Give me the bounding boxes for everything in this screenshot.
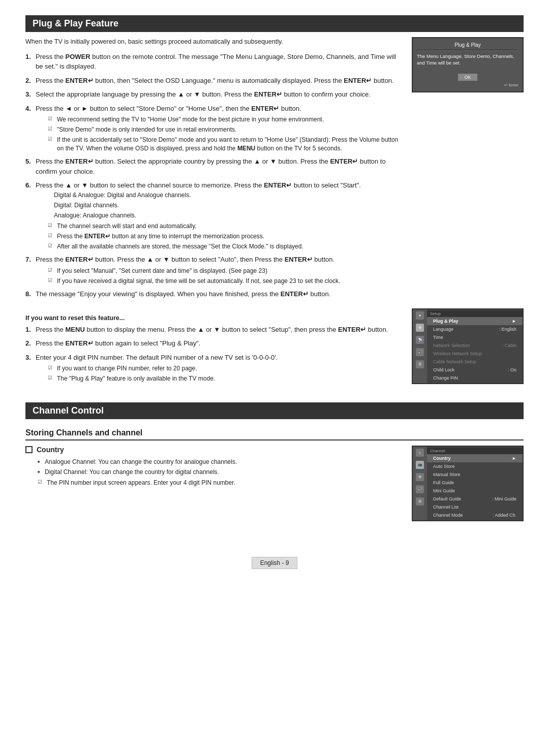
reset-heading: If you want to reset this feature... [25, 314, 402, 322]
icon-4: 🔊 [416, 348, 424, 356]
ch-icon-4: 🔊 [416, 485, 424, 493]
icon-2-selected: ⚙ [416, 324, 424, 332]
ch-item-channel-mode[interactable]: Channel Mode : Added Ch. [427, 511, 523, 519]
channel-menu-sidebar: ○ 📺 ⚙ 🔊 ☰ Channel Country ► Auto St [413, 447, 523, 520]
menu-item-cable-network[interactable]: Cable Network Setup [427, 358, 523, 366]
country-note: The PIN number input screen appears. Ent… [38, 479, 402, 487]
setup-label: Setup [427, 310, 523, 317]
channel-control-heading: Channel Control [25, 402, 524, 419]
sidebar-icons: ♦ ⚙ 📡 🔊 ☰ [413, 309, 427, 383]
country-bullet-1: Analogue Channel: You can change the cou… [38, 458, 402, 466]
checkbox-icon [25, 446, 33, 453]
step-6: Press the ▲ or ▼ button to select the ch… [25, 180, 402, 250]
screen1-body: The Menu Language, Store Demo, Channels,… [417, 53, 518, 67]
menu-items-list: Setup Plug & Play ► Language : English T… [427, 309, 523, 383]
main-steps-list: Press the POWER button on the remote con… [25, 52, 402, 299]
country-section: Country Analogue Channel: You can change… [25, 446, 524, 521]
ch-item-default-guide[interactable]: Default Guide : Mini Guide [427, 495, 523, 503]
reset-steps-list: Press the MENU button to display the men… [25, 325, 402, 383]
menu-item-child-lock[interactable]: Child Lock : On [427, 366, 523, 374]
note-item: We recommend setting the TV to "Home Use… [48, 115, 402, 124]
channel-control-section: Channel Control Storing Channels and cha… [25, 402, 524, 521]
icon-5: ☰ [416, 360, 424, 368]
country-heading: Country [25, 446, 402, 454]
intro-text: When the TV is initially powered on, bas… [25, 37, 402, 47]
note-item: "Store Demo" mode is only intended for u… [48, 125, 402, 134]
reset-step-3-notes: If you want to change PIN number, refer … [36, 364, 402, 383]
menu-item-time[interactable]: Time [427, 333, 523, 341]
icon-3: 📡 [416, 336, 424, 344]
channel-sidebar-icons: ○ 📺 ⚙ 🔊 ☰ [413, 447, 427, 520]
reset-text: If you want to reset this feature... Pre… [25, 308, 402, 387]
note-item: If you want to change PIN number, refer … [48, 364, 402, 373]
step-5: Press the ENTER↵ button. Select the appr… [25, 156, 402, 176]
menu-item-language[interactable]: Language : English [427, 325, 523, 333]
step-6-sub: Analogue: Analogue channels. [36, 211, 402, 220]
ch-item-full-guide[interactable]: Full Guide [427, 479, 523, 487]
country-label: Country [37, 446, 64, 454]
reset-step-2: Press the ENTER↵ button again to select … [25, 338, 402, 349]
step-2: Press the ENTER↵ button, then "Select th… [25, 76, 402, 86]
country-text: Country Analogue Channel: You can change… [25, 446, 402, 521]
step-4-notes: We recommend setting the TV to "Home Use… [36, 115, 402, 152]
menu-sidebar: ♦ ⚙ 📡 🔊 ☰ Setup Plug & Play ► Langu [413, 309, 523, 383]
reset-step-1: Press the MENU button to display the men… [25, 325, 402, 335]
ch-item-manual-store[interactable]: Manual Store [427, 470, 523, 479]
note-item: If the unit is accidentally set to "Stor… [48, 136, 402, 153]
note-item: Press the ENTER↵ button at any time to i… [48, 232, 402, 241]
screen1-title: Plug & Play [417, 42, 518, 48]
channel-items-list: Channel Country ► Auto Store Manual Stor… [427, 447, 523, 520]
step-8: The message "Enjoy your viewing" is disp… [25, 289, 402, 299]
channel-screen-box: ○ 📺 ⚙ 🔊 ☰ Channel Country ► Auto St [412, 446, 524, 521]
step-7: Press the ENTER↵ button. Press the ▲ or … [25, 255, 402, 285]
reset-section: If you want to reset this feature... Pre… [25, 308, 524, 387]
note-item: If you select "Manual", "Set current dat… [48, 267, 402, 275]
ok-button[interactable]: OK [458, 74, 477, 81]
step-7-notes: If you select "Manual", "Set current dat… [36, 267, 402, 286]
menu-item-network-selection[interactable]: Network Selection : Cable [427, 341, 523, 350]
menu-item-change-pin[interactable]: Change PIN [427, 374, 523, 382]
country-bullet-2: Digital Channel: You can change the coun… [38, 468, 402, 477]
note-item: If you have received a digital signal, t… [48, 277, 402, 286]
icon-1: ♦ [416, 311, 424, 320]
step-6-sub: Digital & Analogue: Digital and Analogue… [36, 191, 402, 200]
step-6-notes: The channel search will start and end au… [36, 222, 402, 250]
plug-play-text: When the TV is initially powered on, bas… [25, 37, 402, 303]
step-4: Press the ◄ or ► button to select "Store… [25, 104, 402, 153]
ch-item-channel-list[interactable]: Channel List [427, 503, 523, 511]
step-1: Press the POWER button on the remote con… [25, 52, 402, 72]
note-item: The channel search will start and end au… [48, 222, 402, 231]
plug-play-heading: Plug & Play Feature [25, 15, 524, 32]
footer-label: English - 9 [252, 557, 298, 569]
enter-label: ↵ Enter [417, 83, 518, 87]
tv-screen-1: Plug & Play The Menu Language, Store Dem… [412, 37, 524, 92]
ch-item-country[interactable]: Country ► [427, 454, 523, 462]
screen2-box: ♦ ⚙ 📡 🔊 ☰ Setup Plug & Play ► Langu [412, 308, 524, 387]
storing-channels-heading: Storing Channels and channel [25, 428, 524, 440]
country-bullets: Analogue Channel: You can change the cou… [25, 458, 402, 477]
ch-icon-5: ☰ [416, 497, 424, 506]
ch-icon-3: ⚙ [416, 473, 424, 481]
menu-item-plug-play[interactable]: Plug & Play ► [427, 317, 523, 325]
country-notes: The PIN number input screen appears. Ent… [25, 479, 402, 487]
channel-menu-screen: ○ 📺 ⚙ 🔊 ☰ Channel Country ► Auto St [412, 446, 524, 521]
channel-label: Channel [427, 448, 523, 454]
step-3: Select the appropriate language by press… [25, 89, 402, 100]
ch-item-mini-guide[interactable]: Mini Guide [427, 487, 523, 495]
screen1-box: Plug & Play The Menu Language, Store Dem… [412, 37, 524, 303]
note-item: After all the available channels are sto… [48, 242, 402, 251]
note-item: The "Plug & Play" feature is only availa… [48, 374, 402, 383]
ch-item-auto-store[interactable]: Auto Store [427, 462, 523, 470]
setup-menu-screen: ♦ ⚙ 📡 🔊 ☰ Setup Plug & Play ► Langu [412, 308, 524, 384]
ch-icon-2: 📺 [416, 461, 424, 469]
menu-item-wireless[interactable]: Wireless Network Setup [427, 350, 523, 358]
plug-play-content: When the TV is initially powered on, bas… [25, 37, 524, 303]
plug-play-section: Plug & Play Feature When the TV is initi… [25, 15, 524, 387]
ch-icon-1: ○ [416, 449, 424, 457]
footer-container: English - 9 [25, 537, 524, 569]
reset-step-3: Enter your 4 digit PIN number. The defau… [25, 353, 402, 383]
step-6-sub: Digital: Digital channels. [36, 201, 402, 210]
